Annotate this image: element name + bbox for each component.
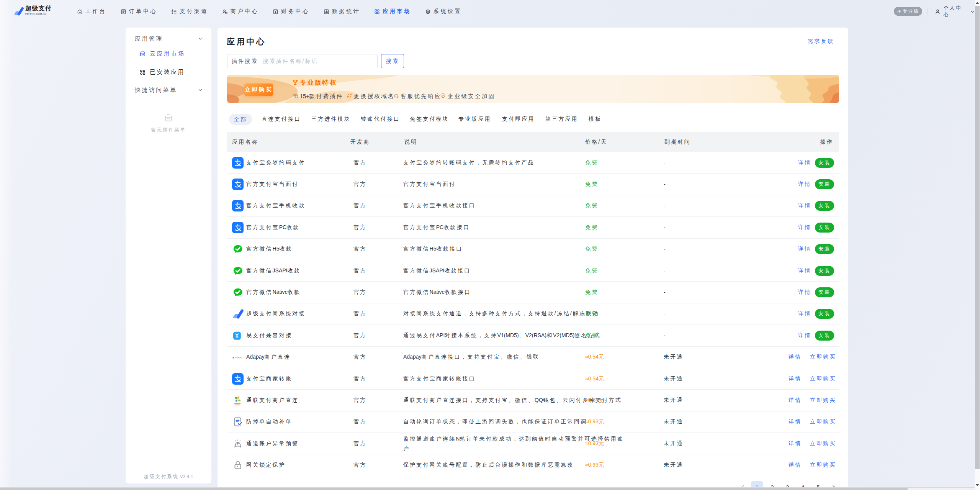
svg-text:Adapay: Adapay: [235, 356, 242, 359]
